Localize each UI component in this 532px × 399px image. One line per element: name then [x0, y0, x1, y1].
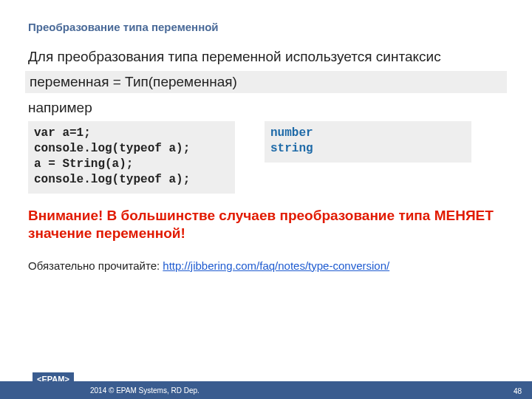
reading-note: Обязательно прочитайте: http://jibbering…: [28, 259, 504, 272]
code-output: number string: [265, 121, 471, 163]
warning-text: Внимание! В большинстве случаев преобраз…: [28, 207, 504, 243]
intro-text: Для преобразования типа переменной испол…: [28, 48, 504, 66]
note-link[interactable]: http://jibbering.com/faq/notes/type-conv…: [163, 259, 389, 272]
example-label: например: [28, 99, 504, 117]
code-row: var a=1; console.log(typeof a); a = Stri…: [28, 121, 504, 193]
syntax-template: переменная = Тип(переменная): [25, 71, 507, 93]
note-prefix: Обязательно прочитайте:: [28, 259, 163, 272]
code-sample: var a=1; console.log(typeof a); a = Stri…: [28, 121, 235, 193]
page-number: 48: [514, 387, 522, 395]
footer-copyright: 2014 © EPAM Systems, RD Dep.: [90, 386, 200, 395]
footer-bar: 2014 © EPAM Systems, RD Dep. 48: [0, 381, 532, 399]
slide-title: Преобразование типа переменной: [28, 21, 504, 33]
